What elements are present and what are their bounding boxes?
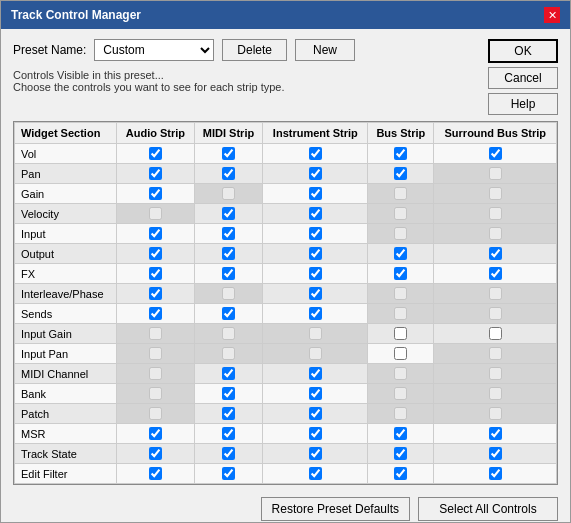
restore-button[interactable]: Restore Preset Defaults <box>261 497 410 521</box>
delete-button[interactable]: Delete <box>222 39 287 61</box>
table-row: Interleave/Phase <box>15 284 557 304</box>
cell-bus <box>368 204 434 224</box>
col-header-midi: MIDI Strip <box>194 123 263 144</box>
cell-midi <box>194 424 263 444</box>
checkbox-bus[interactable] <box>394 447 407 460</box>
cell-instrument <box>263 284 368 304</box>
cell-bus <box>368 464 434 484</box>
checkbox-instrument[interactable] <box>309 447 322 460</box>
cell-surround <box>434 404 557 424</box>
checkbox-audio[interactable] <box>149 167 162 180</box>
checkbox-midi[interactable] <box>222 267 235 280</box>
checkbox-instrument[interactable] <box>309 307 322 320</box>
cell-bus <box>368 184 434 204</box>
checkbox-audio[interactable] <box>149 467 162 480</box>
row-label: Bank <box>15 384 117 404</box>
checkbox-bus[interactable] <box>394 467 407 480</box>
table-row: MSR <box>15 424 557 444</box>
checkbox-bus[interactable] <box>394 267 407 280</box>
checkbox-bus <box>394 287 407 300</box>
checkbox-instrument[interactable] <box>309 407 322 420</box>
checkbox-midi[interactable] <box>222 207 235 220</box>
checkbox-surround[interactable] <box>489 467 502 480</box>
checkbox-audio[interactable] <box>149 267 162 280</box>
cancel-button[interactable]: Cancel <box>488 67 558 89</box>
checkbox-surround[interactable] <box>489 147 502 160</box>
checkbox-midi[interactable] <box>222 227 235 240</box>
checkbox-midi[interactable] <box>222 367 235 380</box>
cell-surround <box>434 324 557 344</box>
checkbox-midi[interactable] <box>222 307 235 320</box>
checkbox-surround[interactable] <box>489 327 502 340</box>
dialog-window: Track Control Manager ✕ Preset Name: Cus… <box>0 0 571 523</box>
dialog-title: Track Control Manager <box>11 8 141 22</box>
cell-instrument <box>263 424 368 444</box>
checkbox-midi[interactable] <box>222 407 235 420</box>
right-buttons: OK Cancel Help <box>488 39 558 115</box>
checkbox-midi[interactable] <box>222 387 235 400</box>
bottom-buttons: Restore Preset Defaults Select All Contr… <box>13 491 558 523</box>
table-row: Input <box>15 224 557 244</box>
cell-surround <box>434 424 557 444</box>
cell-audio <box>117 384 194 404</box>
checkbox-instrument[interactable] <box>309 367 322 380</box>
checkbox-midi[interactable] <box>222 147 235 160</box>
checkbox-instrument[interactable] <box>309 227 322 240</box>
checkbox-audio[interactable] <box>149 307 162 320</box>
cell-surround <box>434 284 557 304</box>
checkbox-midi <box>222 187 235 200</box>
dialog-body: Preset Name: Custom Delete New Controls … <box>1 29 570 523</box>
close-button[interactable]: ✕ <box>544 7 560 23</box>
checkbox-surround[interactable] <box>489 247 502 260</box>
checkbox-instrument[interactable] <box>309 387 322 400</box>
cell-audio <box>117 424 194 444</box>
cell-audio <box>117 444 194 464</box>
checkbox-audio[interactable] <box>149 447 162 460</box>
table-row: MIDI Channel <box>15 364 557 384</box>
checkbox-instrument[interactable] <box>309 467 322 480</box>
checkbox-bus[interactable] <box>394 427 407 440</box>
help-button[interactable]: Help <box>488 93 558 115</box>
checkbox-bus[interactable] <box>394 167 407 180</box>
checkbox-instrument[interactable] <box>309 167 322 180</box>
checkbox-bus[interactable] <box>394 327 407 340</box>
checkbox-bus[interactable] <box>394 147 407 160</box>
checkbox-bus <box>394 307 407 320</box>
checkbox-instrument[interactable] <box>309 207 322 220</box>
checkbox-bus[interactable] <box>394 347 407 360</box>
checkbox-midi[interactable] <box>222 167 235 180</box>
checkbox-surround[interactable] <box>489 427 502 440</box>
cell-bus <box>368 264 434 284</box>
checkbox-midi[interactable] <box>222 467 235 480</box>
cell-instrument <box>263 164 368 184</box>
cell-bus <box>368 324 434 344</box>
row-label: Input Gain <box>15 324 117 344</box>
checkbox-audio[interactable] <box>149 187 162 200</box>
checkbox-instrument[interactable] <box>309 427 322 440</box>
ok-button[interactable]: OK <box>488 39 558 63</box>
checkbox-instrument[interactable] <box>309 147 322 160</box>
new-button[interactable]: New <box>295 39 355 61</box>
checkbox-midi[interactable] <box>222 447 235 460</box>
cell-midi <box>194 384 263 404</box>
checkbox-midi[interactable] <box>222 247 235 260</box>
checkbox-audio[interactable] <box>149 427 162 440</box>
preset-combo[interactable]: Custom <box>94 39 214 61</box>
checkbox-instrument[interactable] <box>309 267 322 280</box>
checkbox-instrument[interactable] <box>309 287 322 300</box>
checkbox-instrument[interactable] <box>309 187 322 200</box>
checkbox-audio[interactable] <box>149 147 162 160</box>
checkbox-audio[interactable] <box>149 287 162 300</box>
cell-midi <box>194 444 263 464</box>
select-all-button[interactable]: Select All Controls <box>418 497 558 521</box>
cell-instrument <box>263 364 368 384</box>
checkbox-surround[interactable] <box>489 267 502 280</box>
checkbox-midi[interactable] <box>222 427 235 440</box>
cell-midi <box>194 364 263 384</box>
checkbox-audio[interactable] <box>149 227 162 240</box>
cell-bus <box>368 364 434 384</box>
checkbox-bus[interactable] <box>394 247 407 260</box>
checkbox-instrument[interactable] <box>309 247 322 260</box>
checkbox-surround[interactable] <box>489 447 502 460</box>
checkbox-audio[interactable] <box>149 247 162 260</box>
